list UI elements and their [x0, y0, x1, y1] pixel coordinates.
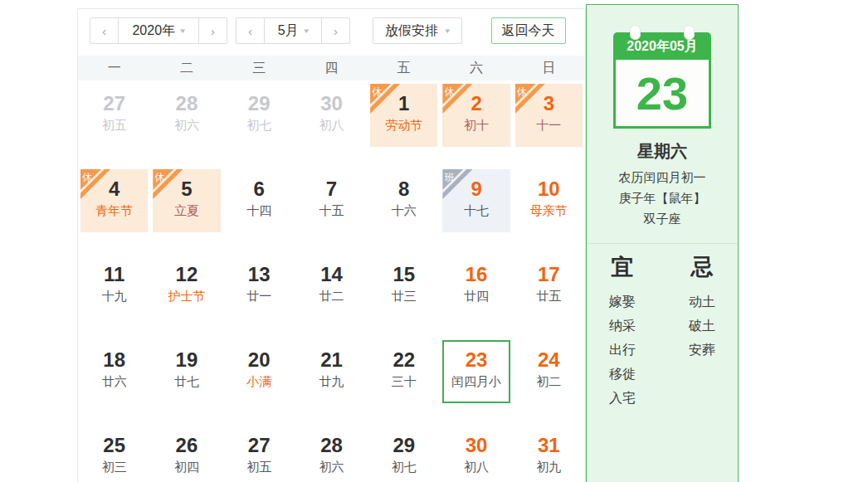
panel-weekday: 星期六 — [587, 140, 738, 163]
day-cell-23[interactable]: 23闰四月小 — [442, 340, 510, 403]
day-number: 29 — [226, 84, 293, 115]
chevron-left-icon: ‹ — [102, 24, 106, 38]
yi-ji-section: 宜 嫁娶纳采出行移徙入宅 忌 动土破土安葬 — [587, 243, 738, 410]
day-cell-25[interactable]: 25初三 — [80, 426, 148, 482]
day-cell-28[interactable]: 28初六 — [153, 84, 220, 147]
day-cell-9[interactable]: 班9十七 — [442, 169, 510, 232]
day-cell-27[interactable]: 27初五 — [226, 426, 293, 482]
day-lunar-label: 廿四 — [442, 288, 510, 304]
day-lunar-label: 初三 — [80, 459, 148, 475]
day-cell-17[interactable]: 17廿五 — [515, 255, 583, 318]
day-detail-panel: 2020年05月 23 星期六 农历闰四月初一 庚子年【鼠年】 双子座 宜 嫁娶… — [586, 4, 739, 482]
day-cell-3[interactable]: 休3十一 — [515, 84, 583, 147]
back-to-today-button[interactable]: 返回今天 — [491, 17, 566, 44]
day-cell-11[interactable]: 11十九 — [80, 255, 148, 318]
yi-label: 宜 — [597, 252, 648, 282]
day-lunar-label: 廿九 — [298, 373, 365, 389]
day-cell-2[interactable]: 休2初十 — [442, 84, 510, 147]
day-cell-28[interactable]: 28初六 — [298, 426, 365, 482]
day-cell-30[interactable]: 30初八 — [442, 426, 510, 482]
ji-column: 忌 动土破土安葬 — [676, 252, 728, 410]
weekday-header: 二 — [150, 60, 222, 77]
next-year-button[interactable]: › — [199, 18, 227, 43]
day-cell-15[interactable]: 15廿三 — [370, 255, 437, 318]
day-number: 7 — [298, 169, 365, 201]
day-lunar-label: 廿五 — [515, 288, 583, 304]
day-number: 3 — [515, 84, 583, 115]
year-selector: ‹ 2020年 ▾ › — [90, 17, 227, 44]
day-lunar-label: 护士节 — [153, 288, 220, 304]
day-number: 28 — [153, 84, 220, 115]
day-lunar-label: 青年节 — [80, 202, 148, 218]
day-number: 27 — [226, 426, 293, 457]
panel-ganzhi-year: 庚子年【鼠年】 — [587, 187, 738, 208]
day-cell-20[interactable]: 20小满 — [226, 340, 293, 403]
day-number: 17 — [515, 255, 583, 286]
day-cell-19[interactable]: 19廿七 — [153, 340, 220, 403]
day-cell-16[interactable]: 16廿四 — [442, 255, 510, 318]
day-cell-30[interactable]: 30初八 — [298, 84, 365, 147]
day-cell-14[interactable]: 14廿二 — [298, 255, 365, 318]
day-number: 30 — [442, 426, 510, 457]
almanac-item: 纳采 — [597, 314, 648, 338]
almanac-item: 嫁娶 — [597, 290, 648, 314]
day-lunar-label: 初八 — [442, 459, 510, 475]
day-lunar-label: 十五 — [298, 202, 365, 218]
yi-list: 嫁娶纳采出行移徙入宅 — [597, 290, 648, 410]
day-cell-24[interactable]: 24初二 — [515, 340, 583, 403]
month-dropdown[interactable]: 5月 ▾ — [264, 18, 322, 43]
day-cell-29[interactable]: 29初七 — [226, 84, 293, 147]
day-lunar-label: 廿二 — [298, 288, 365, 304]
year-dropdown[interactable]: 2020年 ▾ — [118, 18, 199, 43]
day-lunar-label: 初八 — [298, 117, 365, 133]
day-cell-21[interactable]: 21廿九 — [298, 340, 365, 403]
day-number: 29 — [370, 426, 437, 457]
day-lunar-label: 十四 — [226, 202, 293, 218]
day-cell-26[interactable]: 26初四 — [153, 426, 220, 482]
day-number: 2 — [442, 84, 510, 115]
almanac-item: 出行 — [597, 338, 648, 362]
almanac-item: 破土 — [676, 314, 728, 338]
day-lunar-label: 初二 — [515, 373, 583, 389]
month-value: 5月 — [278, 22, 299, 40]
binder-ring-icon — [684, 25, 695, 40]
next-month-button[interactable]: › — [322, 18, 349, 43]
day-cell-31[interactable]: 31初九 — [515, 426, 583, 482]
weekday-header: 四 — [295, 60, 368, 77]
day-number: 13 — [226, 255, 293, 286]
day-cell-7[interactable]: 7十五 — [298, 169, 365, 232]
day-number: 12 — [153, 255, 220, 286]
day-lunar-label: 廿七 — [153, 373, 220, 389]
day-lunar-label: 小满 — [226, 373, 293, 389]
day-cell-4[interactable]: 休4青年节 — [80, 169, 148, 232]
day-lunar-label: 立夏 — [153, 202, 220, 218]
prev-year-button[interactable]: ‹ — [90, 18, 118, 43]
prev-month-button[interactable]: ‹ — [237, 18, 264, 43]
day-cell-1[interactable]: 休1劳动节 — [370, 84, 437, 147]
day-lunar-label: 初六 — [153, 117, 220, 133]
day-lunar-label: 三十 — [370, 373, 437, 389]
day-cell-5[interactable]: 休5立夏 — [153, 169, 220, 232]
date-card: 2020年05月 23 — [613, 32, 711, 129]
day-lunar-label: 十六 — [370, 202, 437, 218]
day-cell-8[interactable]: 8十六 — [370, 169, 437, 232]
day-cell-22[interactable]: 22三十 — [370, 340, 437, 403]
day-lunar-label: 初十 — [442, 117, 510, 133]
day-cell-12[interactable]: 12护士节 — [153, 255, 220, 318]
day-lunar-label: 初四 — [153, 459, 220, 475]
day-cell-27[interactable]: 27初五 — [80, 84, 148, 147]
day-number: 10 — [515, 169, 583, 201]
chevron-right-icon: › — [334, 24, 338, 38]
day-cell-6[interactable]: 6十四 — [226, 169, 293, 232]
holiday-schedule-dropdown[interactable]: 放假安排 ▾ — [373, 17, 462, 44]
day-cell-29[interactable]: 29初七 — [370, 426, 437, 482]
day-cell-13[interactable]: 13廿一 — [226, 255, 293, 318]
day-cell-10[interactable]: 10母亲节 — [515, 169, 583, 232]
day-number: 15 — [370, 255, 437, 286]
weekday-header: 五 — [368, 60, 440, 77]
date-card-day: 23 — [613, 60, 711, 129]
day-lunar-label: 廿六 — [80, 373, 148, 389]
day-cell-18[interactable]: 18廿六 — [80, 340, 148, 403]
weekday-header-row: 一二三四五六日 — [78, 56, 585, 80]
almanac-item: 入宅 — [597, 386, 648, 410]
